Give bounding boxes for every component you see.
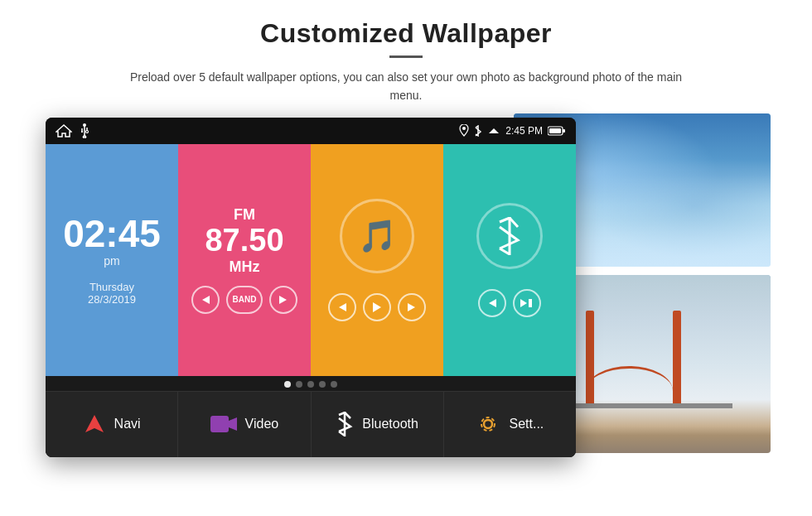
usb-icon [79, 123, 90, 138]
music-next-btn[interactable] [398, 293, 426, 321]
top-row: 02:45 pm Thursday 28/3/2019 FM 87.50 MHz [46, 144, 576, 376]
svg-marker-15 [202, 296, 210, 304]
clock-date: 28/3/2019 [88, 293, 136, 306]
svg-marker-0 [56, 125, 71, 137]
bt-controls [478, 289, 541, 317]
bluetooth-nav-icon [336, 412, 354, 436]
svg-rect-23 [529, 299, 532, 307]
clock-day: Thursday [89, 281, 134, 293]
bottom-nav: Navi Video [46, 391, 576, 457]
svg-point-2 [83, 123, 86, 127]
music-tile[interactable]: 🎵 [311, 144, 443, 376]
music-note-icon: 🎵 [358, 218, 397, 254]
signal-icon [487, 126, 500, 136]
bridge-cable [586, 366, 673, 391]
svg-point-6 [86, 130, 89, 133]
status-bar: 2:45 PM [46, 118, 576, 144]
dot-4[interactable] [319, 381, 326, 388]
svg-marker-21 [489, 299, 496, 307]
music-play-btn[interactable] [363, 293, 391, 321]
status-time: 2:45 PM [505, 125, 543, 137]
bt-skip-btn[interactable] [513, 289, 541, 317]
location-icon [459, 124, 469, 137]
dot-5[interactable] [331, 381, 337, 388]
radio-band-btn[interactable]: BAND [226, 286, 263, 314]
main-content: 2:45 PM 02:45 pm Thursday 28/3/2019 [0, 113, 812, 516]
battery-icon [548, 126, 566, 136]
title-divider [389, 55, 423, 58]
radio-frequency: 87.50 [205, 224, 283, 258]
dot-1[interactable] [284, 381, 291, 388]
bridge-tower-right [673, 311, 681, 408]
svg-point-28 [484, 420, 492, 428]
clock-display-time: 02:45 [63, 215, 161, 253]
svg-rect-25 [210, 416, 229, 432]
svg-marker-18 [373, 302, 381, 312]
radio-prev-btn[interactable] [191, 286, 220, 314]
bluetooth-label: Bluetooth [362, 417, 418, 432]
dot-2[interactable] [296, 381, 302, 388]
svg-marker-26 [229, 417, 237, 431]
svg-point-10 [462, 127, 466, 130]
page-dots [46, 376, 576, 391]
page-title: Customized Wallpaper [50, 18, 762, 49]
status-right: 2:45 PM [459, 124, 566, 137]
nav-item-settings[interactable]: Sett... [444, 392, 576, 457]
video-icon [210, 414, 237, 434]
page-subtitle: Preload over 5 default wallpaper options… [116, 68, 696, 105]
bridge-road [553, 403, 732, 408]
nav-item-video[interactable]: Video [178, 392, 311, 457]
settings-label: Sett... [509, 417, 544, 432]
dot-3[interactable] [307, 381, 314, 388]
svg-marker-16 [279, 296, 287, 304]
home-icon [56, 123, 72, 137]
navi-icon [83, 412, 106, 436]
bluetooth-circle [476, 203, 543, 269]
radio-unit: MHz [230, 258, 260, 276]
bluetooth-large-icon [495, 217, 524, 255]
svg-rect-13 [563, 129, 565, 133]
page-header: Customized Wallpaper Preload over 5 defa… [0, 0, 812, 113]
app-grid: 02:45 pm Thursday 28/3/2019 FM 87.50 MHz [46, 144, 576, 457]
status-left [56, 123, 90, 138]
radio-band-label: FM [234, 206, 255, 224]
navi-label: Navi [114, 417, 141, 432]
music-controls [328, 293, 426, 321]
settings-icon [476, 412, 500, 436]
video-label: Video [245, 417, 279, 432]
radio-tile[interactable]: FM 87.50 MHz BAND [178, 144, 311, 376]
svg-marker-24 [85, 415, 104, 432]
bridge-tower-left [586, 311, 594, 408]
nav-item-navi[interactable]: Navi [46, 392, 178, 457]
radio-next-btn[interactable] [269, 286, 297, 314]
svg-marker-17 [339, 303, 346, 311]
svg-marker-22 [520, 299, 527, 307]
clock-tile[interactable]: 02:45 pm Thursday 28/3/2019 [46, 144, 178, 376]
device-frame: 2:45 PM 02:45 pm Thursday 28/3/2019 [46, 118, 576, 457]
bluetooth-status-icon [474, 125, 482, 137]
clock-ampm: pm [104, 254, 119, 268]
bt-prev-btn[interactable] [478, 289, 506, 317]
bluetooth-tile[interactable] [443, 144, 576, 376]
svg-marker-19 [408, 303, 415, 311]
svg-marker-11 [489, 128, 499, 133]
music-circle: 🎵 [340, 199, 414, 273]
radio-controls: BAND [191, 286, 297, 314]
svg-rect-5 [81, 131, 83, 133]
music-prev-btn[interactable] [328, 293, 356, 321]
nav-item-bluetooth[interactable]: Bluetooth [312, 392, 444, 457]
svg-rect-14 [549, 128, 561, 133]
